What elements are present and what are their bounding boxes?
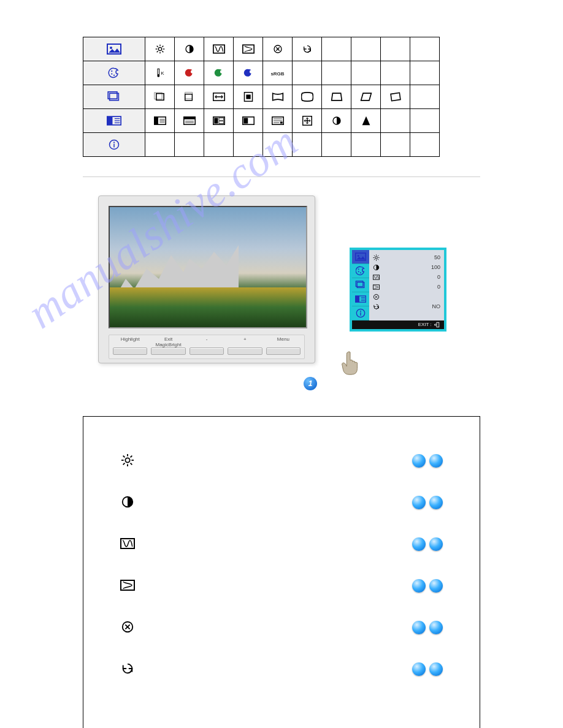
vpos-icon bbox=[175, 85, 204, 109]
info-button[interactable] bbox=[429, 454, 443, 468]
play-button[interactable] bbox=[412, 454, 426, 468]
zoom-icon bbox=[293, 109, 322, 133]
section-divider bbox=[83, 176, 480, 177]
minus-button[interactable]: - bbox=[190, 336, 224, 355]
v-moire-icon bbox=[373, 284, 380, 290]
pinbalance-icon bbox=[322, 85, 351, 109]
h-moire-icon bbox=[373, 274, 380, 281]
pincushion-icon bbox=[263, 85, 293, 109]
osd-menu-table: sRGB bbox=[83, 37, 440, 157]
menuv-icon bbox=[175, 109, 204, 133]
osd-row bbox=[373, 292, 440, 301]
green-icon bbox=[204, 61, 234, 85]
rotation-icon bbox=[381, 85, 410, 109]
osd-row: 50 bbox=[373, 252, 440, 262]
h-moire-icon bbox=[204, 37, 234, 61]
info-button[interactable] bbox=[429, 579, 443, 593]
contrast-icon bbox=[120, 495, 140, 510]
info-button[interactable] bbox=[429, 496, 443, 509]
brightness-icon bbox=[145, 37, 175, 61]
recall-icon bbox=[120, 662, 140, 677]
contrast-icon bbox=[175, 37, 204, 61]
monitor-screen bbox=[109, 206, 307, 328]
sharpness-icon bbox=[351, 109, 381, 133]
osd-value: 0 bbox=[437, 274, 440, 280]
lang-icon bbox=[204, 109, 234, 133]
action-buttons bbox=[412, 579, 443, 593]
action-buttons bbox=[412, 454, 443, 468]
feature-row bbox=[120, 620, 443, 635]
osd-value: NO bbox=[432, 303, 441, 309]
degauss-icon bbox=[373, 294, 380, 300]
trapezoid-icon bbox=[293, 85, 322, 109]
pointing-hand-icon bbox=[336, 349, 364, 377]
osd-row: 0 bbox=[373, 282, 440, 292]
osd-tab-picture[interactable] bbox=[352, 250, 369, 264]
action-buttons bbox=[412, 621, 443, 634]
colortemp-icon bbox=[145, 61, 175, 85]
feature-row bbox=[120, 662, 443, 677]
feature-row bbox=[120, 495, 443, 510]
osd-value: 100 bbox=[431, 264, 440, 270]
screen-icon bbox=[83, 109, 145, 133]
halftone-icon bbox=[234, 109, 263, 133]
info-icon bbox=[83, 133, 145, 157]
osd-icon bbox=[263, 109, 293, 133]
hpos-icon bbox=[145, 85, 175, 109]
v-moire-icon bbox=[234, 37, 263, 61]
menuh-icon bbox=[145, 109, 175, 133]
menu-button[interactable]: Menu bbox=[266, 336, 301, 355]
osd-tab-screen[interactable] bbox=[352, 292, 369, 306]
monitor-button-bar: Highlight ExitMagicBright - + Menu bbox=[109, 335, 305, 359]
picture-icon bbox=[83, 37, 145, 61]
osd-tab-info[interactable] bbox=[352, 306, 369, 320]
recall-icon bbox=[293, 37, 322, 61]
info-button[interactable] bbox=[429, 621, 443, 634]
info-button[interactable] bbox=[429, 662, 443, 676]
monitor-mockup: Highlight ExitMagicBright - + Menu bbox=[98, 195, 315, 363]
vsize-icon bbox=[234, 85, 263, 109]
parallel-icon bbox=[351, 85, 381, 109]
step-badge-1: 1 bbox=[304, 377, 317, 390]
osd-tabs bbox=[352, 250, 369, 320]
brightness-icon bbox=[373, 254, 380, 261]
action-buttons bbox=[412, 537, 443, 551]
v-moire-icon bbox=[120, 578, 140, 593]
feature-row bbox=[120, 578, 443, 593]
osd-row: 0 bbox=[373, 272, 440, 282]
osd-tab-geometry[interactable] bbox=[352, 278, 369, 292]
contrast-icon bbox=[373, 264, 380, 271]
osd-value: 0 bbox=[437, 284, 440, 290]
osd-row: 100 bbox=[373, 262, 440, 272]
h-moire-icon bbox=[120, 537, 140, 552]
plus-button[interactable]: + bbox=[228, 336, 262, 355]
action-buttons bbox=[412, 662, 443, 676]
play-button[interactable] bbox=[412, 537, 426, 551]
blue-icon bbox=[234, 61, 263, 85]
srgb-label: sRGB bbox=[263, 61, 293, 85]
play-button[interactable] bbox=[412, 579, 426, 593]
action-buttons bbox=[412, 496, 443, 509]
osd-tab-color[interactable] bbox=[352, 264, 369, 278]
degauss-icon bbox=[263, 37, 293, 61]
magicbright-button[interactable]: ExitMagicBright bbox=[151, 336, 185, 355]
red-icon bbox=[175, 61, 204, 85]
play-button[interactable] bbox=[412, 621, 426, 634]
osd-value: 50 bbox=[434, 254, 440, 260]
geometry-icon bbox=[83, 85, 145, 109]
osd-footer: EXIT : bbox=[352, 320, 444, 329]
info-button[interactable] bbox=[429, 537, 443, 551]
osd-panel: 5010000NO EXIT : bbox=[350, 248, 446, 332]
play-button[interactable] bbox=[412, 496, 426, 509]
highlight-button[interactable]: Highlight bbox=[113, 336, 147, 355]
contrast-icon bbox=[322, 109, 351, 133]
feature-row bbox=[120, 453, 443, 468]
hsize-icon bbox=[204, 85, 234, 109]
recall-icon bbox=[373, 303, 380, 310]
play-button[interactable] bbox=[412, 662, 426, 676]
osd-row: NO bbox=[373, 301, 440, 311]
feature-list bbox=[83, 416, 480, 728]
feature-row bbox=[120, 537, 443, 552]
color-icon bbox=[83, 61, 145, 85]
degauss-icon bbox=[120, 620, 140, 635]
